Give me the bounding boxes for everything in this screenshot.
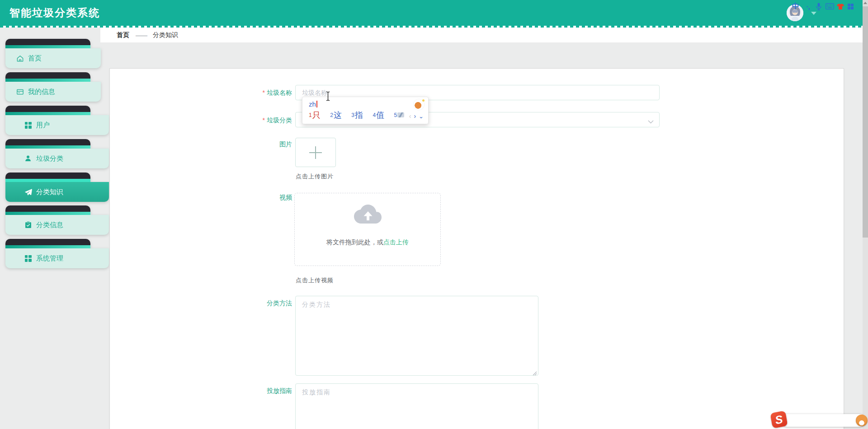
paper-plane-icon: [24, 188, 32, 196]
keyboard-icon[interactable]: [825, 0, 835, 13]
sidebar-item-users[interactable]: 用户: [5, 106, 90, 135]
grid-icon: [24, 121, 32, 129]
guide-textarea[interactable]: [295, 383, 538, 429]
ime-sticker-icon: [397, 112, 404, 117]
sidebar-card-stripe: [5, 79, 90, 82]
form-card: *垃圾名称 *垃圾分类 图片 点击上传图片 视频: [109, 68, 844, 429]
ime-candidate-popup: zh 1只 2这 3指 4值 5 ‹›⌄: [302, 97, 429, 124]
field-label-garbage-name: *垃圾名称: [263, 89, 292, 97]
grid-icon: [24, 254, 32, 262]
method-textarea[interactable]: [295, 296, 538, 376]
sogou-logo-icon[interactable]: S: [770, 410, 788, 428]
ime-candidate[interactable]: 1只: [309, 110, 321, 121]
sidebar-card-topbar: [5, 106, 90, 112]
image-upload-hint: 点击上传图片: [296, 173, 334, 181]
breadcrumb-separator: ——: [136, 32, 146, 39]
ime-next-page-icon[interactable]: ›: [414, 112, 416, 120]
sidebar-card-topbar: [5, 239, 90, 245]
sidebar-item-label: 我的信息: [28, 88, 55, 96]
scrollbar-thumb[interactable]: [863, 6, 868, 238]
video-upload-hint: 点击上传视频: [296, 276, 334, 284]
id-card-icon: [16, 88, 24, 96]
sidebar-item-category-knowledge[interactable]: 分类知识: [5, 173, 90, 202]
plus-icon: [309, 146, 322, 159]
ime-candidate[interactable]: 4值: [373, 110, 384, 121]
app-root: 智能垃圾分类系统 首页 —— 分类知识 首页: [0, 0, 868, 429]
field-label-garbage-category: *垃圾分类: [263, 117, 292, 125]
ime-language-mode-button[interactable]: 中: [791, 0, 801, 13]
sidebar-item-label: 系统管理: [36, 254, 63, 263]
sogou-mascot-icon[interactable]: [414, 99, 424, 110]
dropzone-upload-link[interactable]: 点击上传: [383, 238, 409, 246]
sidebar-card-stripe: [5, 179, 90, 182]
field-label-method: 分类方法: [267, 299, 292, 308]
ime-prev-page-icon[interactable]: ‹: [409, 112, 411, 120]
ime-candidate[interactable]: 2这: [330, 110, 342, 121]
field-label-video: 视频: [279, 194, 292, 202]
ime-expand-icon[interactable]: ⌄: [419, 113, 424, 120]
sidebar-item-label: 分类知识: [36, 188, 63, 196]
sidebar-item-garbage-category[interactable]: 垃圾分类: [5, 139, 90, 168]
sidebar-item-home[interactable]: 首页: [5, 39, 90, 68]
ime-candidate-list: 1只 2这 3指 4值 5: [309, 110, 404, 121]
required-mark: *: [263, 89, 265, 96]
ime-toolbar: [784, 414, 863, 427]
sidebar-card-stripe: [5, 145, 90, 149]
user-icon: [24, 154, 32, 163]
ime-text-caret: [316, 101, 317, 107]
ime-composition: zh: [309, 100, 317, 108]
sidebar-item-system-management[interactable]: 系统管理: [5, 239, 90, 268]
sidebar-item-label: 垃圾分类: [36, 154, 63, 163]
sidebar-card-stripe: [5, 245, 90, 248]
dropzone-text: 将文件拖到此处，或点击上传: [295, 238, 440, 247]
ime-candidate[interactable]: 3指: [351, 110, 363, 121]
image-upload-box[interactable]: [295, 138, 336, 167]
clipboard-check-icon: [24, 221, 32, 229]
page-scrollbar[interactable]: [863, 0, 868, 429]
scrollbar-up-arrow[interactable]: [863, 0, 868, 6]
app-header: 智能垃圾分类系统: [0, 0, 863, 26]
video-dropzone[interactable]: 将文件拖到此处，或点击上传: [294, 193, 441, 266]
upload-cloud-icon: [353, 203, 382, 227]
breadcrumb: 首页 —— 分类知识: [100, 28, 863, 42]
sidebar-item-label: 首页: [28, 54, 42, 63]
sogou-mascot-icon[interactable]: [856, 415, 868, 426]
ime-pagination: ‹›⌄: [409, 112, 424, 120]
sidebar-card-topbar: [5, 72, 90, 79]
sidebar-card-topbar: [5, 139, 90, 145]
breadcrumb-current: 分类知识: [153, 31, 178, 39]
app-title: 智能垃圾分类系统: [9, 6, 100, 20]
chevron-down-icon: [648, 117, 654, 126]
required-mark: *: [263, 117, 265, 124]
microphone-icon[interactable]: [814, 0, 823, 13]
home-icon: [16, 54, 24, 62]
sidebar-card-stripe: [5, 45, 90, 48]
ime-punctuation-button[interactable]: ·,: [803, 0, 812, 13]
ime-menu-grid-icon[interactable]: [846, 0, 854, 13]
sidebar-card-stripe: [5, 112, 90, 115]
breadcrumb-home-link[interactable]: 首页: [117, 31, 129, 39]
sidebar-item-label: 用户: [36, 121, 50, 130]
sidebar-card-topbar: [5, 39, 90, 45]
field-label-guide: 投放指南: [267, 387, 292, 395]
sidebar-card-topbar: [5, 173, 90, 179]
field-label-image: 图片: [279, 140, 292, 149]
skin-tshirt-icon[interactable]: [836, 0, 845, 13]
ime-candidate[interactable]: 5: [394, 112, 405, 120]
sidebar-item-category-info[interactable]: 分类信息: [5, 205, 90, 235]
sidebar-item-my-info[interactable]: 我的信息: [5, 72, 90, 102]
sidebar-card-stripe: [5, 212, 90, 215]
sidebar-item-label: 分类信息: [36, 221, 63, 229]
sidebar-card-topbar: [5, 205, 90, 212]
